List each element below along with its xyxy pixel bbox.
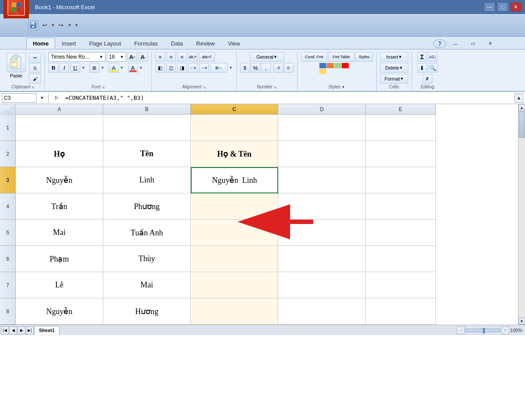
row-header-7[interactable]: 7 <box>0 272 16 298</box>
cell-B6[interactable]: Thùy <box>103 246 191 272</box>
increase-font-button[interactable]: A+ <box>127 52 137 62</box>
cell-A5[interactable]: Mai <box>16 220 103 246</box>
insert-cells-button[interactable]: Insert ▼ <box>380 52 408 62</box>
underline-button[interactable]: U <box>70 63 80 73</box>
cell-D8[interactable] <box>278 298 366 325</box>
text-angle-button[interactable]: ab↗ <box>188 52 198 62</box>
cell-A3[interactable]: Nguyễn <box>16 167 103 193</box>
row-header-5[interactable]: 5 <box>0 220 16 246</box>
tab-view[interactable]: View <box>221 38 247 49</box>
fill-down-button[interactable]: ⬇ <box>417 63 427 73</box>
vertical-scrollbar[interactable]: ▲ ▼ <box>518 104 525 325</box>
align-right-button[interactable]: ◨ <box>177 63 187 73</box>
cell-E7[interactable] <box>366 272 436 298</box>
cell-C7[interactable] <box>191 272 278 298</box>
cell-E4[interactable] <box>366 193 436 220</box>
tab-insert[interactable]: Insert <box>55 38 83 49</box>
font-name-dropdown-icon[interactable]: ▼ <box>99 55 103 59</box>
cell-B7[interactable]: Mai <box>103 272 191 298</box>
font-name-box[interactable]: Times New Ro... ▼ <box>49 52 105 62</box>
row-header-2[interactable]: 2 <box>0 141 16 167</box>
row-header-3[interactable]: 3 <box>0 167 16 193</box>
sheet-tab-1[interactable]: Sheet1 <box>34 326 60 335</box>
align-top-right-button[interactable]: ≡ <box>177 52 187 62</box>
merge-center-button[interactable]: ⊞↔ <box>210 63 228 73</box>
formula-value[interactable]: =CONCATENATE(A3," ",B3) <box>63 94 513 101</box>
cell-C2[interactable]: Họ & Tên <box>191 141 278 167</box>
zoom-slider[interactable] <box>466 329 500 332</box>
cell-A8[interactable]: Nguyễn <box>16 298 103 325</box>
sheet-nav-last[interactable]: ▶| <box>26 326 34 334</box>
tab-data[interactable]: Data <box>164 38 189 49</box>
cell-D3[interactable] <box>278 167 366 193</box>
cell-A1[interactable] <box>16 115 103 141</box>
cell-E6[interactable] <box>366 246 436 272</box>
decrease-decimal-button[interactable]: 0. <box>284 63 294 73</box>
tab-home[interactable]: Home <box>26 38 55 49</box>
cell-E8[interactable] <box>366 298 436 325</box>
align-left-button[interactable]: ◧ <box>155 63 165 73</box>
maximize-button[interactable]: □ <box>497 2 508 12</box>
cell-reference-box[interactable]: C3 <box>2 93 37 103</box>
cell-C4[interactable] <box>191 193 278 220</box>
scroll-up-button[interactable]: ▲ <box>518 104 525 111</box>
border-button[interactable]: ⊞ <box>90 63 99 73</box>
cell-A2[interactable]: Họ <box>16 141 103 167</box>
close-button[interactable]: ✕ <box>510 2 522 12</box>
increase-indent-button[interactable]: →≡ <box>199 63 209 73</box>
redo-qat-button[interactable]: ↪ <box>56 20 66 31</box>
row-header-6[interactable]: 6 <box>0 246 16 272</box>
find-select-button[interactable]: 🔍 <box>428 63 438 73</box>
row-header-1[interactable]: 1 <box>0 115 16 141</box>
wrap-text-button[interactable]: abc⏎ <box>199 52 215 62</box>
ribbon-close-btn[interactable]: ✕ <box>482 38 499 49</box>
decrease-indent-button[interactable]: ←≡ <box>188 63 198 73</box>
delete-cells-button[interactable]: Delete ▼ <box>380 63 408 73</box>
font-size-dropdown-icon[interactable]: ▼ <box>120 55 124 59</box>
cell-A7[interactable]: Lê <box>16 272 103 298</box>
sheet-nav-prev[interactable]: ◀ <box>9 326 17 334</box>
cell-B8[interactable]: Hương <box>103 298 191 325</box>
cell-ref-dropdown-icon[interactable]: ▼ <box>38 93 46 103</box>
tab-formulas[interactable]: Formulas <box>128 38 164 49</box>
col-header-E[interactable]: E <box>366 104 436 115</box>
format-cells-button[interactable]: Format ▼ <box>380 74 408 84</box>
conditional-formatting-button[interactable]: Cond. Fmt <box>301 52 327 62</box>
cell-D5[interactable] <box>278 220 366 246</box>
font-size-box[interactable]: 16 ▼ <box>107 52 126 62</box>
cell-C3[interactable]: Nguyễn Linh <box>191 167 278 193</box>
copy-button[interactable]: ⎘ <box>29 63 41 73</box>
zoom-out-button[interactable]: − <box>457 326 465 334</box>
ribbon-minimize-btn[interactable]: — <box>446 38 464 49</box>
save-qat-button[interactable] <box>28 20 38 31</box>
sheet-nav-next[interactable]: ▶ <box>18 326 25 334</box>
italic-button[interactable]: I <box>60 63 69 73</box>
zoom-in-button[interactable]: + <box>501 326 509 334</box>
decrease-font-button[interactable]: A- <box>138 52 148 62</box>
tab-page-layout[interactable]: Page Layout <box>83 38 128 49</box>
comma-button[interactable]: , <box>261 63 271 73</box>
row-header-4[interactable]: 4 <box>0 193 16 220</box>
col-header-B[interactable]: B <box>103 104 191 115</box>
cell-B3[interactable]: Linh <box>103 167 191 193</box>
increase-decimal-button[interactable]: .0 <box>273 63 283 73</box>
number-format-button[interactable]: General ▼ <box>249 52 284 62</box>
col-header-D[interactable]: D <box>278 104 366 115</box>
cell-D6[interactable] <box>278 246 366 272</box>
cell-B1[interactable] <box>103 115 191 141</box>
cell-E2[interactable] <box>366 141 436 167</box>
ribbon-expand-btn[interactable]: ▭ <box>464 38 482 49</box>
cell-B2[interactable]: Tên <box>103 141 191 167</box>
fill-color-button[interactable]: A <box>109 63 119 73</box>
cell-E5[interactable] <box>366 220 436 246</box>
cell-C8[interactable] <box>191 298 278 325</box>
format-painter-button[interactable]: 🖌 <box>29 74 41 84</box>
currency-button[interactable]: $ <box>240 63 250 73</box>
scroll-down-button[interactable]: ▼ <box>518 318 525 325</box>
paste-button[interactable]: Paste <box>5 52 27 79</box>
font-color-button[interactable]: A <box>128 63 138 73</box>
col-header-C[interactable]: C <box>191 104 278 115</box>
cell-C1[interactable] <box>191 115 278 141</box>
cell-E1[interactable] <box>366 115 436 141</box>
formula-expand-button[interactable]: ▲ <box>514 93 523 103</box>
